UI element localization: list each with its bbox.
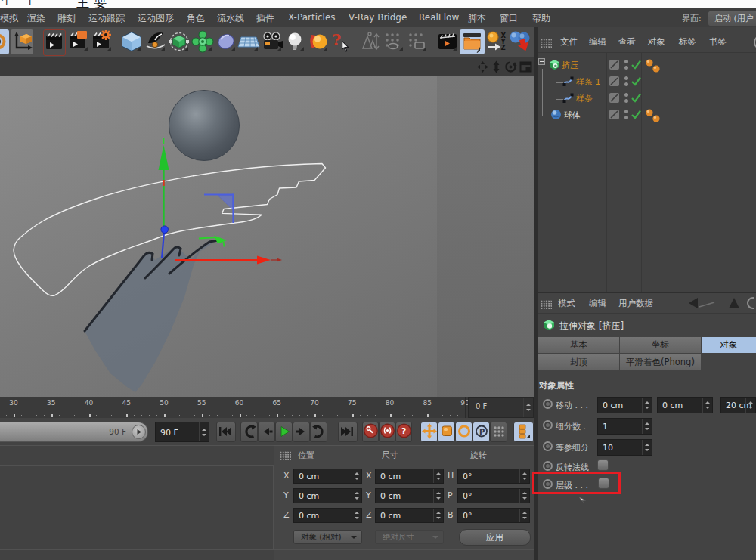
menu-item-11[interactable]: RealFlow — [419, 12, 459, 23]
om-menu-1[interactable]: 文件 — [560, 36, 578, 48]
am-menu-1[interactable]: 模式 — [558, 298, 575, 309]
om-menu-5[interactable]: 标签 — [679, 36, 696, 48]
tab-5[interactable]: 平滑着色(Phong) — [620, 354, 701, 370]
pla-key-toggle[interactable] — [490, 422, 507, 442]
deformer-button[interactable] — [191, 29, 214, 54]
rotation-b-field[interactable]: 0° — [457, 508, 530, 523]
tab-2[interactable]: 坐标 — [620, 337, 701, 353]
quantize-a-disabled-button[interactable] — [383, 29, 405, 54]
mode-dropdown[interactable]: 对象 (相对) — [293, 530, 362, 544]
timeline-ruler[interactable]: 30354045505560657075808590 — [0, 397, 468, 418]
content-browser-button[interactable] — [460, 29, 485, 54]
attr-field-spinner[interactable] — [702, 398, 712, 413]
param-radio[interactable] — [543, 441, 553, 451]
end-frame-field[interactable]: 0 F — [468, 397, 534, 418]
field-spinner[interactable] — [352, 469, 361, 483]
visibility-dot-render[interactable] — [624, 82, 628, 86]
goto-end-button[interactable] — [338, 422, 358, 442]
cube-primitive-button[interactable] — [120, 29, 143, 54]
play-loop-button[interactable] — [310, 422, 327, 442]
pan-icon[interactable] — [476, 60, 489, 73]
rotation-key-toggle[interactable] — [455, 422, 472, 442]
timeline-range-slider[interactable]: 90 F — [0, 422, 148, 442]
coordinates-xyz-button[interactable]: XYZ — [485, 29, 508, 54]
step-back-button[interactable] — [258, 422, 275, 442]
play-forward-button[interactable] — [275, 422, 293, 442]
render-settings-button[interactable] — [91, 29, 112, 54]
object-name-1[interactable]: 挤压 — [562, 60, 578, 71]
size-z-field[interactable]: 0 cm — [375, 508, 444, 523]
undo-button[interactable] — [0, 29, 9, 54]
attr-field[interactable]: 20 cm — [720, 397, 756, 413]
menu-item-14[interactable]: 帮助 — [532, 12, 550, 25]
am-menu-2[interactable]: 编辑 — [589, 298, 606, 309]
om-menu-2[interactable]: 编辑 — [589, 36, 606, 48]
render-view-button[interactable] — [43, 29, 66, 56]
param-radio[interactable] — [543, 461, 553, 471]
attr-field[interactable]: 0 cm — [657, 397, 713, 413]
record-help-button[interactable]: ? — [395, 422, 412, 442]
environment-object-button[interactable] — [215, 29, 237, 54]
attr-field[interactable]: 1 — [597, 418, 652, 435]
rotate-icon[interactable] — [504, 60, 517, 73]
rotation-p-field[interactable]: 0° — [457, 488, 530, 503]
sphere-object-icon[interactable] — [550, 109, 562, 120]
material-sky-button[interactable] — [307, 29, 330, 54]
current-frame-spinner[interactable] — [199, 422, 209, 441]
param-radio[interactable] — [543, 399, 553, 409]
param-checkbox[interactable] — [597, 459, 609, 471]
texture-toggle[interactable] — [609, 76, 619, 86]
om-menu-4[interactable]: 对象 — [648, 36, 665, 48]
attr-field[interactable]: 0 cm — [597, 397, 652, 413]
visibility-dot-render[interactable] — [624, 116, 628, 119]
record-keyframe-button[interactable] — [362, 422, 379, 442]
phong-tag-icons[interactable] — [645, 57, 665, 74]
extrude-object-icon[interactable] — [549, 59, 560, 70]
rotation-h-field[interactable]: 0° — [457, 469, 530, 484]
help-cursor-button[interactable]: ? — [330, 29, 352, 54]
play-backward-loop-button[interactable] — [240, 422, 258, 442]
menu-item-12[interactable]: 脚本 — [468, 12, 486, 25]
tab-1[interactable]: 基本 — [538, 337, 619, 353]
enabled-check-icon[interactable] — [631, 109, 642, 120]
field-spinner[interactable] — [433, 509, 443, 522]
enabled-check-icon[interactable] — [631, 76, 642, 87]
coords-grip-icon[interactable] — [280, 451, 291, 460]
step-forward-button[interactable] — [293, 422, 310, 442]
position-x-field[interactable]: 0 cm — [293, 469, 362, 484]
light-button[interactable] — [284, 29, 306, 54]
expand-box[interactable] — [538, 58, 545, 65]
object-name-4[interactable]: 球体 — [564, 110, 581, 121]
field-spinner[interactable] — [433, 469, 443, 483]
menu-item-8[interactable]: 插件 — [256, 12, 274, 25]
clone-spheres-button[interactable] — [508, 29, 531, 54]
om-menu-6[interactable]: 书签 — [709, 36, 727, 48]
menu-item-5[interactable]: 运动图形 — [138, 12, 174, 25]
end-frame-spinner[interactable] — [523, 398, 533, 417]
menu-item-2[interactable]: 渲染 — [27, 12, 45, 25]
am-grip-icon[interactable] — [541, 300, 552, 309]
tab-4[interactable]: 封顶 — [538, 354, 619, 370]
visibility-dot-editor[interactable] — [624, 110, 628, 113]
scale-key-toggle[interactable] — [438, 422, 455, 442]
parameter-key-toggle[interactable]: P — [472, 422, 490, 442]
goto-start-button[interactable] — [216, 422, 236, 442]
position-z-field[interactable]: 0 cm — [293, 508, 362, 523]
enabled-check-icon[interactable] — [631, 92, 642, 104]
render-picture-viewer-button[interactable] — [67, 29, 88, 54]
snap-disabled-button[interactable] — [360, 29, 383, 54]
texture-toggle[interactable] — [609, 60, 619, 70]
apply-button[interactable]: 应用 — [459, 529, 531, 546]
spline-object-icon[interactable] — [562, 76, 574, 87]
zoom-icon[interactable] — [490, 60, 503, 73]
position-key-toggle[interactable] — [420, 422, 438, 442]
field-spinner[interactable] — [352, 509, 361, 522]
am-menu-3[interactable]: 用户数据 — [618, 298, 653, 309]
quantize-b-disabled-button[interactable] — [406, 29, 429, 54]
field-spinner[interactable] — [519, 489, 529, 503]
slider-knob[interactable] — [132, 425, 146, 439]
origin-point[interactable] — [161, 226, 169, 234]
menu-item-6[interactable]: 角色 — [187, 12, 205, 25]
tab-3[interactable]: 对象 — [702, 337, 756, 353]
menu-item-4[interactable]: 运动跟踪 — [88, 12, 125, 25]
